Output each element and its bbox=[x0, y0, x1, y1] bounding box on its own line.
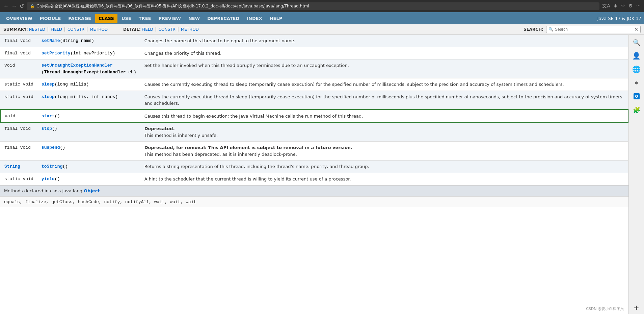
nav-new[interactable]: NEW bbox=[185, 14, 203, 23]
sidebar-add[interactable]: + bbox=[630, 301, 643, 314]
method-link[interactable]: setPriority bbox=[42, 51, 71, 56]
java-version: Java SE 17 & JDK 17 bbox=[597, 16, 641, 21]
table-row: final void setName(String name) Changes … bbox=[0, 35, 628, 47]
method-link[interactable]: sleep bbox=[42, 94, 55, 99]
sidebar-puzzle[interactable]: 🧩 bbox=[630, 104, 643, 116]
method-signature: setUncaughtExceptionHandler (Thread.Unca… bbox=[37, 59, 140, 78]
method-link[interactable]: start bbox=[42, 114, 55, 119]
method-modifier: void bbox=[0, 59, 37, 78]
summary-constr[interactable]: CONSTR bbox=[68, 27, 84, 32]
search-area: SEARCH: 🔍 ✕ bbox=[524, 26, 641, 33]
search-box[interactable]: 🔍 ✕ bbox=[546, 26, 641, 33]
table-row: String toString() Returns a string repre… bbox=[0, 161, 628, 173]
detail-constr[interactable]: CONSTR bbox=[159, 27, 176, 32]
method-desc: Changes the priority of this thread. bbox=[140, 47, 628, 59]
summary-method[interactable]: METHOD bbox=[90, 27, 108, 32]
method-signature: toString() bbox=[37, 161, 140, 173]
method-link[interactable]: setName bbox=[42, 38, 60, 43]
settings-icon[interactable]: ⚙ bbox=[628, 3, 633, 9]
detail-field[interactable]: FIELD bbox=[142, 27, 153, 32]
table-row: static void sleep(long millis, int nanos… bbox=[0, 91, 628, 110]
bottom-methods: equals, finalize, getClass, hashCode, no… bbox=[0, 196, 628, 207]
method-desc: Set the handler invoked when this thread… bbox=[140, 59, 628, 78]
lock-icon: 🔒 bbox=[30, 4, 35, 8]
method-modifier: final void bbox=[0, 122, 37, 142]
nav-overview[interactable]: OVERVIEW bbox=[3, 14, 36, 23]
nav-preview[interactable]: PREVIEW bbox=[155, 14, 184, 23]
method-desc: Causes the currently executing thread to… bbox=[140, 91, 628, 110]
method-desc: Causes the currently executing thread to… bbox=[140, 78, 628, 91]
methods-table: final void setName(String name) Changes … bbox=[0, 35, 628, 185]
nav-help[interactable]: HELP bbox=[266, 14, 286, 23]
sidebar-search[interactable]: 🔍 bbox=[630, 36, 643, 48]
table-row: static void sleep(long millis) Causes th… bbox=[0, 78, 628, 91]
method-modifier: static void bbox=[0, 91, 37, 110]
section-label: Methods declared in class java.lang. bbox=[4, 188, 84, 193]
method-modifier: final void bbox=[0, 142, 37, 161]
method-signature: suspend() bbox=[37, 142, 140, 161]
method-signature: stop() bbox=[37, 122, 140, 142]
method-modifier: final void bbox=[0, 35, 37, 47]
summary-bar: SUMMARY: NESTED | FIELD | CONSTR | METHO… bbox=[0, 24, 644, 35]
sidebar-person[interactable]: 👤 bbox=[630, 50, 643, 62]
summary-nested[interactable]: NESTED bbox=[29, 27, 45, 32]
search-label: SEARCH: bbox=[524, 27, 543, 32]
method-link[interactable]: yield bbox=[42, 176, 55, 182]
nav-package[interactable]: PACKAGE bbox=[65, 14, 95, 23]
table-row: void setUncaughtExceptionHandler (Thread… bbox=[0, 59, 628, 78]
table-row: final void stop() Deprecated. This metho… bbox=[0, 122, 628, 142]
summary-left: SUMMARY: NESTED | FIELD | CONSTR | METHO… bbox=[3, 27, 524, 32]
zoom-icon[interactable]: ⊕ bbox=[614, 3, 618, 9]
nav-tree[interactable]: TREE bbox=[135, 14, 155, 23]
method-modifier: static void bbox=[0, 173, 37, 185]
right-sidebar: 🔍 👤 🌐 ⚫ O 🧩 + bbox=[628, 35, 644, 314]
method-link[interactable]: setUncaughtExceptionHandler bbox=[42, 63, 113, 68]
sidebar-globe[interactable]: 🌐 bbox=[630, 63, 643, 75]
bookmark-icon[interactable]: ☆ bbox=[621, 3, 625, 9]
nav-index[interactable]: INDEX bbox=[243, 14, 265, 23]
nav-use[interactable]: USE bbox=[118, 14, 135, 23]
method-modifier: final void bbox=[0, 47, 37, 59]
sidebar-outlook[interactable]: O bbox=[630, 90, 643, 102]
detail-method[interactable]: METHOD bbox=[181, 27, 199, 32]
object-link[interactable]: Object bbox=[84, 188, 100, 193]
sidebar-circle[interactable]: ⚫ bbox=[630, 77, 643, 89]
search-input[interactable] bbox=[555, 27, 634, 32]
summary-field[interactable]: FIELD bbox=[51, 27, 62, 32]
url-text: G:/尚硅谷全套JAVA教程-红康老师/06_软件与资料/06_软件与资料/05… bbox=[36, 3, 596, 9]
search-icon: 🔍 bbox=[548, 27, 554, 32]
method-link[interactable]: toString bbox=[42, 164, 62, 169]
back-button[interactable]: ← bbox=[3, 3, 9, 9]
nav-module[interactable]: MODULE bbox=[36, 14, 64, 23]
nav-deprecated[interactable]: DEPRECATED bbox=[204, 14, 243, 23]
table-row: static void yield() A hint to the schedu… bbox=[0, 173, 628, 185]
method-modifier: static void bbox=[0, 78, 37, 91]
address-bar: 🔒 G:/尚硅谷全套JAVA教程-红康老师/06_软件与资料/06_软件与资料/… bbox=[27, 2, 599, 10]
browser-bar: ← → ↺ 🔒 G:/尚硅谷全套JAVA教程-红康老师/06_软件与资料/06_… bbox=[0, 0, 644, 12]
browser-icons: 文A ⊕ ☆ ⚙ ··· bbox=[602, 3, 641, 9]
method-desc: Deprecated, for removal: This API elemen… bbox=[140, 142, 628, 161]
content-scroll[interactable]: final void setName(String name) Changes … bbox=[0, 35, 628, 314]
method-link[interactable]: sleep bbox=[42, 82, 55, 87]
table-row-highlighted: void start() Causes this thread to begin… bbox=[0, 110, 628, 123]
method-modifier: String bbox=[0, 161, 37, 173]
nav-bar: OVERVIEW MODULE PACKAGE CLASS USE TREE P… bbox=[0, 12, 644, 24]
table-row: final void suspend() Deprecated, for rem… bbox=[0, 142, 628, 161]
method-link[interactable]: stop bbox=[42, 126, 52, 131]
method-desc: Deprecated. This method is inherently un… bbox=[140, 122, 628, 142]
refresh-button[interactable]: ↺ bbox=[20, 3, 24, 9]
bottom-method-list: equals, finalize, getClass, hashCode, no… bbox=[4, 199, 196, 204]
detail-label: DETAIL: bbox=[123, 27, 141, 32]
translate-icon[interactable]: 文A bbox=[602, 3, 610, 9]
search-clear-button[interactable]: ✕ bbox=[634, 27, 638, 32]
method-modifier: void bbox=[0, 110, 37, 123]
more-icon[interactable]: ··· bbox=[636, 3, 641, 9]
return-type-link[interactable]: String bbox=[4, 164, 20, 169]
summary-label: SUMMARY: bbox=[3, 27, 28, 32]
table-row: final void setPriority(int newPriority) … bbox=[0, 47, 628, 59]
nav-class[interactable]: CLASS bbox=[95, 14, 117, 23]
method-signature: setName(String name) bbox=[37, 35, 140, 47]
section-header: Methods declared in class java.lang.Obje… bbox=[0, 185, 628, 196]
method-link[interactable]: suspend bbox=[42, 145, 60, 150]
forward-button[interactable]: → bbox=[11, 3, 17, 9]
